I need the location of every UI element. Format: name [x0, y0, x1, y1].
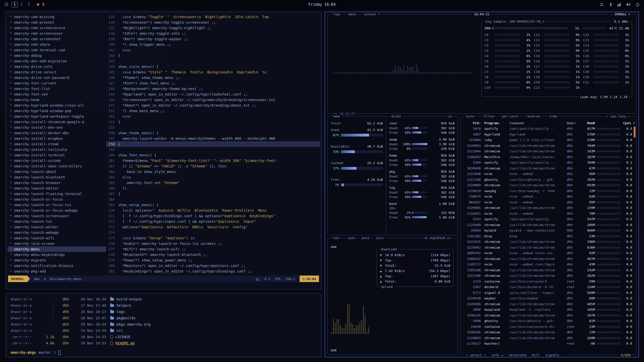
- file-tree-item[interactable]: * omarchy-menu-keybindings: [8, 252, 106, 257]
- proc-footer-hint[interactable]: ↑ select ↓: [466, 353, 486, 357]
- code-line[interactable]: 135 case $(menu "Toggle" " Screensaver\n…: [106, 14, 320, 20]
- process-row[interactable]: 3221296 chromium /usr/lib/chromium/chrom…: [463, 273, 635, 279]
- tab-cpu[interactable]: ¹cpu: [331, 12, 342, 16]
- file-tree-item[interactable]: * omarchy-font-set: [8, 92, 106, 97]
- col-cpu[interactable]: Cpu% ↑: [623, 120, 635, 126]
- code-line[interactable]: 149 *Hyprland*) open_in_editor ~/.config…: [106, 92, 320, 97]
- code-line[interactable]: 160 show_font_menu() {: [106, 152, 320, 158]
- file-tree-item[interactable]: * omarchy-cmd-screenrecord: [8, 25, 106, 31]
- file-tree-item[interactable]: * omarchy-launch-walker: [8, 224, 106, 230]
- file-tree-item[interactable]: * omarchy-install-xbox-controllers: [8, 163, 106, 169]
- tab-disks[interactable]: disks: [390, 114, 403, 118]
- code-line[interactable]: 146 *Theme*) show_theme_menu ;;: [106, 75, 320, 80]
- file-tree-item[interactable]: * omarchy-debug: [8, 53, 106, 58]
- process-row[interactable]: 3221035 chromium /usr/lib/chromium/chrom…: [463, 239, 635, 245]
- file-tree-item[interactable]: * omarchy-migrate: [8, 257, 106, 263]
- file-tree-item[interactable]: * omarchy-lock-screen: [8, 241, 106, 246]
- code-line[interactable]: 178 *Bluetooth*) omarchy-launch-bluetoot…: [106, 252, 320, 257]
- process-table-header[interactable]: Pid: Program: Command: User: MemB Cpu% ↑: [463, 120, 635, 126]
- proc-footer-hint[interactable]: info ↵: [491, 353, 503, 357]
- net-interface-switcher[interactable]: ←b enp191s0 n→: [422, 236, 453, 240]
- process-row[interactable]: 864107 nvim nvim --embed . dhh 95M 0.0: [463, 200, 635, 205]
- menu-button[interactable]: menu: [347, 12, 358, 16]
- file-tree-item[interactable]: * omarchy-install-vscode: [8, 158, 106, 163]
- col-memb[interactable]: MemB: [581, 120, 595, 126]
- process-row[interactable]: 24564 mysqld mysqld --max-connection 999…: [463, 228, 635, 234]
- process-row[interactable]: 1220419 swaybg /usr/bin/swaybg -i /hom d…: [463, 188, 635, 194]
- workspace-button[interactable]: 1: [12, 2, 18, 8]
- proc-tree-toggle[interactable]: tree: [548, 114, 558, 118]
- code-line[interactable]: 140 *) show_trigger_menu ;;: [106, 42, 320, 47]
- process-row[interactable]: 1124693 chromium /usr/lib/chromium/chrom…: [463, 335, 635, 341]
- file-tree-item[interactable]: * omarchy-launch-or-focus: [8, 197, 106, 202]
- code-line[interactable]: 162 if [[ "$theme" == "CNCLD" || -z "$th…: [106, 163, 320, 169]
- file-tree-item[interactable]: * omarchy-dev-add-migration: [8, 58, 106, 64]
- file-tree-item[interactable]: * omarchy-drive-set-password: [8, 75, 106, 80]
- tab-io[interactable]: io: [447, 114, 454, 118]
- process-row[interactable]: 1205108 chromium /usr/lib/chromium/chrom…: [463, 267, 635, 273]
- file-tree-item[interactable]: * omarchy-hyprland-window-pop: [8, 108, 106, 114]
- process-row[interactable]: 3246345 chromium /usr/lib/chromium/chrom…: [463, 330, 635, 335]
- process-row[interactable]: 3386242 chromium /usr/lib/chromium/chrom…: [463, 256, 635, 262]
- btop-window[interactable]: ¹cpu menu preset * 16:04:51 - 2000ms + E…: [325, 12, 639, 357]
- file-tree-item[interactable]: * omarchy-launch-about: [8, 169, 106, 174]
- omarchy-logo-icon[interactable]: [5, 3, 9, 7]
- code-line[interactable]: 164 else: [106, 174, 320, 180]
- process-row[interactable]: 5343 spotify /opt/spotify/spotify dhh 54…: [463, 216, 635, 222]
- proc-footer-hint[interactable]: Kill: [532, 353, 540, 357]
- tab-mem[interactable]: ²mem: [330, 114, 341, 118]
- process-row[interactable]: 3246145 chromium /usr/lib/chromium/chrom…: [463, 313, 635, 319]
- process-row[interactable]: 1221188 ghostty /usr/bin/ghostty --gtk- …: [463, 177, 635, 183]
- file-tree-item[interactable]: * omarchy-launch-or-focus-webapp: [8, 208, 106, 213]
- proc-footer-hint[interactable]: terminate: [509, 353, 526, 357]
- file-tree-item[interactable]: * omarchy-launch-or-focus-tui: [8, 202, 106, 208]
- file-tree-item[interactable]: * omarchy-font-current: [8, 80, 106, 86]
- process-scrollbar[interactable]: [634, 126, 635, 138]
- net-zero-toggle[interactable]: zero: [374, 236, 385, 240]
- command-line-area[interactable]: [8, 282, 320, 289]
- proc-sort-mode[interactable]: ← cpu lazy →: [605, 114, 632, 118]
- code-line[interactable]: 177 *Wifi*) omarchy-launch-wifi ;;: [106, 246, 320, 252]
- code-line[interactable]: 163 back_to show_style_menu: [106, 169, 320, 174]
- code-line[interactable]: 145 case $(menu "Style" " Theme\n Font\n…: [106, 69, 320, 75]
- bluetooth-icon[interactable]: [609, 3, 612, 7]
- editor-window[interactable]: * omarchy-cmd-missing * omarchy-cmd-pres…: [6, 12, 321, 290]
- file-tree-item[interactable]: * omarchy-font-list: [8, 86, 106, 92]
- process-row[interactable]: 1175517 kworker/ root 0B 0.0: [463, 341, 635, 347]
- code-line[interactable]: 169 show_setup_menu() {: [106, 202, 320, 208]
- file-tree-item[interactable]: * omarchy-launch-editor: [8, 186, 106, 191]
- code-line[interactable]: 136 *Screensaver*) omarchy-toggle-screen…: [106, 20, 320, 25]
- code-line[interactable]: 181 *Keybindings*) open_in_editor ~/.con…: [106, 268, 320, 274]
- file-tree-item[interactable]: * omarchy-notification-dismiss: [8, 263, 106, 268]
- shell-prompt[interactable]: omarchy-pkgs master ): [11, 349, 316, 356]
- file-tree-item[interactable]: * omarchy-cmd-missing: [8, 14, 106, 20]
- sync-arrows-icon[interactable]: [599, 3, 604, 6]
- file-tree-item[interactable]: * omarchy-launch-webapp: [8, 230, 106, 235]
- code-editor[interactable]: 135 case $(menu "Toggle" " Screensaver\n…: [106, 14, 320, 274]
- code-line[interactable]: 180 *Monitors*) open_in_editor ~/.config…: [106, 263, 320, 268]
- proc-footer-hint[interactable]: signals: [545, 353, 559, 357]
- code-line[interactable]: 170 local options=" Audio\n Wifi\n Bluet…: [106, 208, 320, 213]
- file-tree-item[interactable]: * omarchy-launch-tui: [8, 219, 106, 224]
- code-line[interactable]: 166 fi: [106, 186, 320, 191]
- process-row[interactable]: 1221848 nvim nvim --embed dhh 56M 0.0: [463, 171, 635, 177]
- code-line[interactable]: 176 *Audio*) omarchy-launch-or-focus-tui…: [106, 241, 320, 246]
- process-row[interactable]: 3245896 chromium /usr/lib/chromium/chrom…: [463, 301, 635, 307]
- process-row[interactable]: 3809782 nvim nvim --embed style.css dhh …: [463, 250, 635, 256]
- file-tree-item[interactable]: * omarchy-install-chromium-google-a: [8, 119, 106, 125]
- file-tree-item[interactable]: * omarchy-launch-floating-terminal: [8, 191, 106, 197]
- file-tree-item[interactable]: * omarchy-hyprland-workspace-toggle: [8, 114, 106, 119]
- file-tree-item[interactable]: * omarchy-drive-info: [8, 64, 106, 69]
- code-line[interactable]: 143: [106, 58, 320, 64]
- process-row[interactable]: 6772 signal-d /proc/self/exe --type=r dh…: [463, 290, 635, 296]
- tab-net[interactable]: ³net: [330, 236, 341, 240]
- process-row[interactable]: 24540 containe /usr/bin/containerd-shi r…: [463, 324, 635, 330]
- process-row[interactable]: 728079 nvim nvim --embed . dhh 83M 0.0: [463, 194, 635, 200]
- process-row[interactable]: 3220992 chromium /usr/lib/chromium/chrom…: [463, 245, 635, 251]
- col-command[interactable]: Command:: [509, 120, 567, 126]
- process-row[interactable]: 1125409 chromium /usr/lib/chromium/chrom…: [463, 222, 635, 228]
- bar-clock[interactable]: Friday 16:04: [308, 2, 336, 7]
- file-tree-item[interactable]: * omarchy-install-steam: [8, 141, 106, 147]
- file-tree-item[interactable]: * omarchy-drive-select: [8, 69, 106, 75]
- code-line[interactable]: 155: [106, 125, 320, 130]
